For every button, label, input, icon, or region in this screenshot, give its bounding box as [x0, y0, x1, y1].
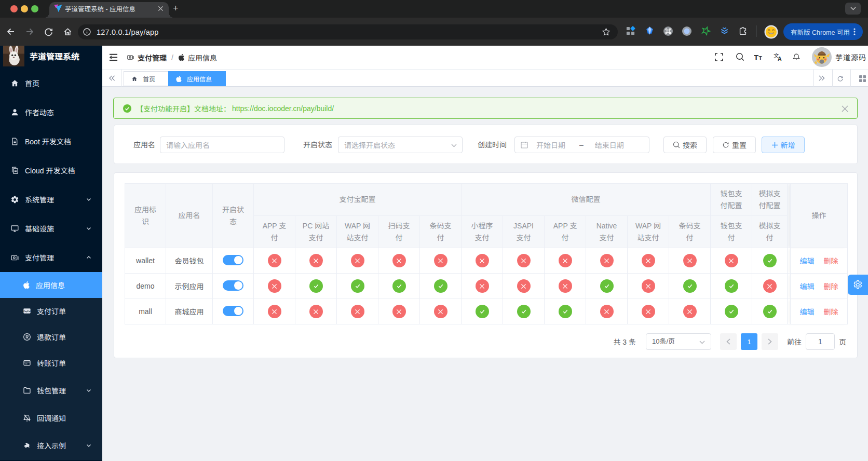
svg-text:T: T	[759, 55, 763, 61]
svg-text:T: T	[754, 53, 758, 61]
svg-text:PayPal: PayPal	[23, 310, 30, 313]
svg-text:A: A	[778, 56, 782, 61]
